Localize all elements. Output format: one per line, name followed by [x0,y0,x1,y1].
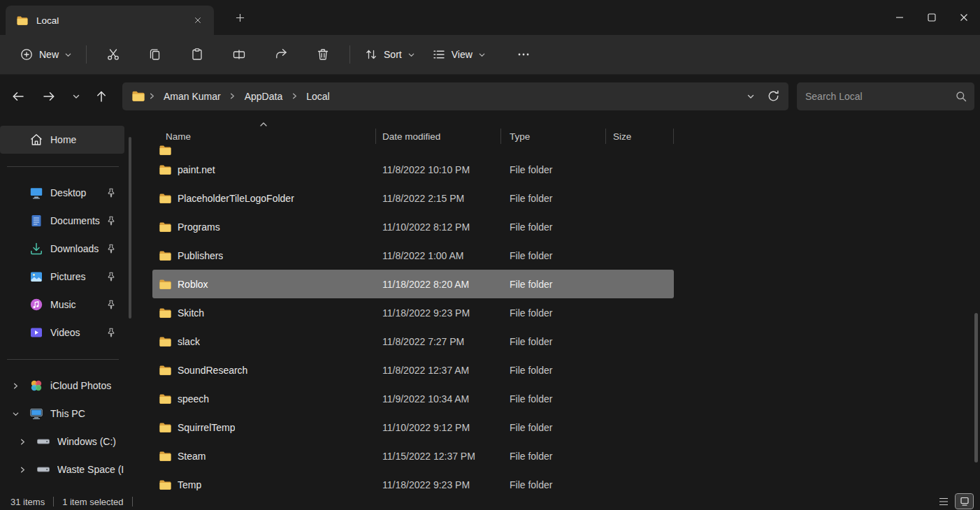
search-box[interactable] [797,82,974,110]
file-date-modified: 11/8/2022 7:27 PM [376,336,501,347]
delete-button[interactable] [309,41,337,68]
file-date-modified: 11/18/2022 9:23 PM [376,307,501,319]
share-button[interactable] [267,41,295,68]
paste-button[interactable] [183,41,211,68]
up-button[interactable] [89,85,113,108]
details-view-icon [938,497,949,507]
chevron-right-icon[interactable] [15,466,29,474]
file-row-programs[interactable]: Programs11/10/2022 8:12 PMFile folder [152,212,674,241]
tab-local[interactable]: Local [6,6,214,35]
sidebar-scrollbar[interactable] [129,137,131,319]
sidebar-item-this-pc[interactable]: This PC [0,400,124,428]
file-row-roblox[interactable]: Roblox11/18/2022 8:20 AMFile folder [152,270,674,298]
file-row-partial[interactable] [152,141,674,155]
file-type: File folder [501,422,606,433]
search-input[interactable] [797,91,955,102]
documents-icon [29,214,43,228]
sidebar-item-windows-c[interactable]: Windows (C:) [0,428,124,456]
file-row-squirreltemp[interactable]: SquirrelTemp11/10/2022 9:12 PMFile folde… [152,413,674,442]
file-row-speech[interactable]: speech11/9/2022 10:34 AMFile folder [152,384,674,413]
refresh-icon [767,89,780,103]
address-bar[interactable]: Aman Kumar AppData Local [122,82,788,110]
file-name: Programs [178,221,220,233]
chevron-right-icon[interactable] [15,438,29,446]
vertical-scrollbar[interactable] [974,313,978,462]
file-row-temp[interactable]: Temp11/18/2022 9:23 PMFile folder [152,470,674,493]
file-date-modified: 11/9/2022 10:34 AM [376,393,501,405]
copy-button[interactable] [141,41,169,68]
sidebar-item-waste-space-i[interactable]: Waste Space (I [0,456,124,483]
maximize-button[interactable] [916,0,948,35]
sidebar-item-pictures[interactable]: Pictures [0,263,124,291]
minimize-button[interactable] [884,0,916,35]
new-button[interactable]: New [11,42,80,67]
pin-icon [107,300,115,309]
trash-icon [316,48,330,61]
items-count: 31 items [10,497,45,507]
file-row-soundresearch[interactable]: SoundResearch11/8/2022 12:37 AMFile fold… [152,356,674,384]
forward-button[interactable] [37,85,61,108]
file-name: SquirrelTemp [178,422,235,433]
recent-locations-button[interactable] [68,85,85,108]
file-type: File folder [501,307,606,319]
chevron-down-icon[interactable] [8,410,22,418]
videos-icon [29,326,43,340]
back-button[interactable] [6,85,30,108]
tab-close-icon[interactable] [189,11,207,29]
file-row-placeholdertilelogofolder[interactable]: PlaceholderTileLogoFolder11/8/2022 2:15 … [152,184,674,212]
file-row-paint-net[interactable]: paint.net11/8/2022 10:10 PMFile folder [152,155,674,184]
thispc-icon [29,407,43,421]
view-button[interactable]: View [424,42,494,67]
file-date-modified: 11/8/2022 1:00 AM [376,250,501,261]
address-dropdown-button[interactable] [740,86,762,107]
copy-icon [148,48,162,61]
sidebar-item-desktop[interactable]: Desktop [0,179,124,207]
new-button-label: New [39,49,59,60]
file-name: paint.net [178,164,215,175]
file-row-skitch[interactable]: Skitch11/18/2022 9:23 PMFile folder [152,298,674,327]
paste-icon [190,48,204,61]
folder-icon [159,423,171,432]
file-row-publishers[interactable]: Publishers11/8/2022 1:00 AMFile folder [152,241,674,270]
breadcrumb-appdata[interactable]: AppData [240,87,287,105]
rename-icon [232,48,246,61]
new-tab-button[interactable] [231,8,249,27]
view-icon [432,48,446,61]
status-bar: 31 items 1 item selected [0,493,980,510]
details-view-button[interactable] [935,494,952,509]
chevron-right-icon[interactable] [8,382,22,390]
sort-button[interactable]: Sort [356,42,424,67]
titlebar: Local [0,0,980,35]
cut-button[interactable] [99,41,127,68]
file-date-modified: 11/8/2022 2:15 PM [376,193,501,204]
chevron-down-icon [747,92,755,101]
refresh-button[interactable] [762,86,784,107]
close-button[interactable] [948,0,980,35]
file-date-modified: 11/18/2022 8:20 AM [376,279,501,290]
sidebar-item-documents[interactable]: Documents [0,207,124,235]
sidebar-item-home[interactable]: Home [0,126,124,154]
statusbar-separator [53,497,54,507]
sidebar-item-videos[interactable]: Videos [0,319,124,347]
column-header-label: Name [166,131,191,142]
file-row-steam[interactable]: Steam11/15/2022 12:37 PMFile folder [152,442,674,470]
file-name: speech [178,393,209,405]
icloud-icon [29,379,43,393]
file-type: File folder [501,221,606,233]
sidebar-item-label: This PC [50,408,124,419]
file-type: File folder [501,393,606,405]
file-date-modified: 11/15/2022 12:37 PM [376,451,501,462]
sidebar-item-music[interactable]: Music [0,291,124,319]
sidebar-item-icloud-photos[interactable]: iCloud Photos [0,372,124,400]
sidebar-item-downloads[interactable]: Downloads [0,235,124,263]
rename-button[interactable] [225,41,253,68]
file-row-slack[interactable]: slack11/8/2022 7:27 PMFile folder [152,327,674,356]
large-icons-view-button[interactable] [956,494,973,509]
file-name: Temp [178,479,201,490]
file-type: File folder [501,336,606,347]
breadcrumb-aman-kumar[interactable]: Aman Kumar [159,87,226,105]
see-more-button[interactable] [510,41,538,68]
file-list: paint.net11/8/2022 10:10 PMFile folderPl… [152,141,674,493]
breadcrumb-local[interactable]: Local [301,87,334,105]
large-icons-view-icon [959,497,970,507]
